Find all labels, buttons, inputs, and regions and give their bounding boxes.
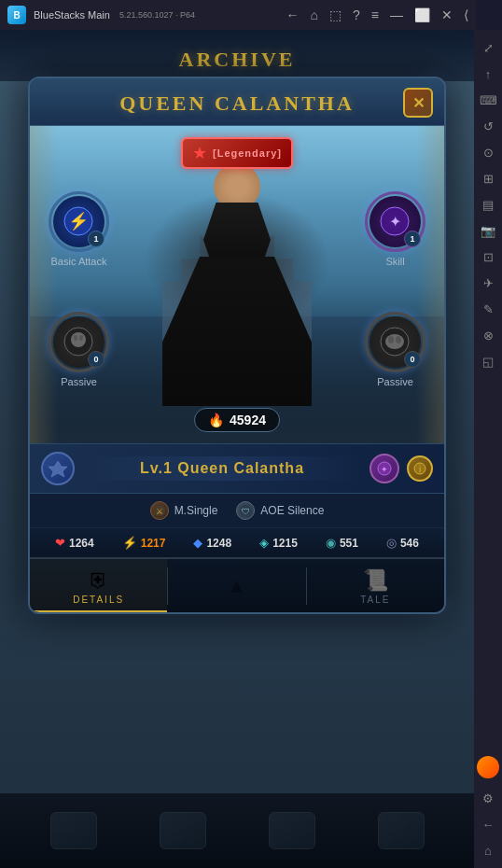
mag-icon: ◆ — [193, 536, 202, 550]
rotate-icon[interactable]: ↺ — [478, 116, 498, 136]
rarity-label: [Legendary] — [213, 147, 282, 159]
atk-value: 1217 — [141, 537, 166, 550]
svg-point-7 — [79, 335, 83, 341]
stat-hp: ❤ 1264 — [55, 536, 94, 550]
nav-deco-3 — [269, 812, 315, 849]
basic-attack-label: Basic Attack — [51, 256, 107, 267]
svg-point-10 — [388, 336, 394, 343]
edit-icon[interactable]: ✎ — [478, 299, 498, 319]
back-nav-icon[interactable]: ← — [478, 814, 498, 834]
svg-point-5 — [71, 332, 86, 347]
tab-details[interactable]: ⛨ DETAILS — [30, 559, 167, 612]
combat-tags: ⚔ M.Single 🛡 AOE Silence — [30, 494, 444, 527]
user-avatar[interactable] — [477, 756, 499, 778]
package-icon[interactable]: ◱ — [478, 351, 498, 371]
hero-card: QUEEN CALANTHA ✕ ★ [Legendary] — [28, 77, 446, 614]
skill-basic-attack[interactable]: ⚡ 1 Basic Attack — [49, 191, 109, 267]
stat-res: ◎ 546 — [386, 536, 419, 550]
menu-icon[interactable]: ≡ — [371, 7, 379, 22]
tab-middle[interactable]: ▲ — [168, 565, 305, 608]
svg-point-6 — [74, 335, 77, 341]
nav-deco-1 — [50, 812, 97, 849]
msingle-label: M.Single — [174, 504, 218, 517]
power-value: 45924 — [230, 413, 266, 427]
stat-atk: ⚡ 1217 — [122, 536, 166, 550]
hero-name: QUEEN CALANTHA — [119, 91, 355, 115]
skill-passive-left[interactable]: 0 Passive — [49, 312, 109, 387]
basic-attack-level: 1 — [88, 231, 105, 247]
expand-icon[interactable]: ⤢ — [478, 37, 498, 58]
right-sidebar: ⤢ ↑ ⌨ ↺ ⊙ ⊞ ▤ 📷 ⊡ ✈ ✎ ⊗ ◱ ⚙ ← ⌂ — [474, 30, 502, 868]
back-icon[interactable]: ← — [286, 7, 300, 22]
stat-def: ◉ 551 — [326, 536, 358, 550]
stream-icon[interactable]: ✈ — [478, 273, 498, 293]
passive-left-circle: 0 — [49, 312, 109, 372]
home-nav-icon[interactable]: ⌂ — [478, 840, 498, 861]
tale-tab-icon: 📜 — [363, 568, 388, 593]
bluestacks-logo: B — [7, 6, 26, 24]
screenshot-icon[interactable]: 📷 — [478, 220, 498, 241]
svg-point-9 — [385, 334, 404, 349]
maximize-icon[interactable]: ⬜ — [414, 7, 430, 22]
minimize-icon[interactable]: — — [390, 7, 403, 22]
svg-marker-12 — [49, 461, 67, 477]
fire-icon: 🔥 — [208, 413, 224, 427]
collapse-icon[interactable]: ⟨ — [464, 7, 468, 22]
record-icon[interactable]: ⊡ — [478, 246, 498, 267]
tab-tale[interactable]: 📜 TALE — [307, 559, 444, 612]
combat-tag-aoe: 🛡 AOE Silence — [236, 501, 324, 520]
passive-left-label: Passive — [61, 376, 97, 387]
spd-icon: ◈ — [259, 536, 269, 550]
aoe-icon: 🛡 — [236, 501, 255, 520]
middle-tab-icon: ▲ — [227, 574, 247, 598]
skill-circle: ✦ 1 — [365, 191, 425, 252]
passive-left-level: 0 — [88, 351, 105, 368]
hero-image-area: ★ [Legendary] ⚡ 1 Basi — [30, 126, 444, 443]
svg-text:⚡: ⚡ — [68, 211, 90, 231]
hp-icon: ❤ — [55, 536, 65, 550]
power-score: 🔥 45924 — [194, 408, 280, 432]
close-icon[interactable]: ✕ — [441, 7, 453, 22]
svg-text:⚔: ⚔ — [156, 507, 163, 516]
hero-level-name: Lv.1 Queen Calantha — [82, 456, 362, 481]
location-icon[interactable]: ⊗ — [478, 325, 498, 345]
mag-value: 1248 — [206, 537, 231, 550]
hero-card-tabs: ⛨ DETAILS ▲ 📜 TALE — [30, 557, 444, 612]
skill-label: Skill — [385, 256, 404, 267]
details-tab-label: DETAILS — [73, 595, 124, 605]
keyboard-icon[interactable]: ⌨ — [478, 90, 498, 110]
passive-right-circle: 0 — [365, 312, 425, 372]
app-title: BlueStacks Main — [34, 9, 110, 21]
atk-icon: ⚡ — [122, 536, 137, 550]
hero-type-icon[interactable]: ✦ — [370, 454, 399, 483]
camera-target-icon[interactable]: ⊙ — [478, 142, 498, 162]
layers-icon[interactable]: ▤ — [478, 194, 498, 215]
rarity-badge: ★ [Legendary] — [181, 137, 293, 169]
skill-skill[interactable]: ✦ 1 Skill — [365, 191, 425, 267]
grid-icon[interactable]: ⊞ — [478, 168, 498, 189]
faction-icon[interactable] — [41, 452, 75, 485]
game-top-bar: ARCHIVE — [0, 30, 474, 81]
scroll-up-icon[interactable]: ↑ — [478, 63, 498, 84]
apps-icon[interactable]: ⬚ — [329, 7, 342, 22]
pillar-right — [416, 126, 444, 443]
def-value: 551 — [340, 537, 358, 550]
window-controls: ← ⌂ ⬚ ? ≡ — ⬜ ✕ ⟨ — [286, 7, 468, 22]
hero-info-bar: Lv.1 Queen Calantha ✦ i — [30, 443, 444, 494]
tale-tab-label: TALE — [360, 595, 390, 605]
skill-passive-right[interactable]: 0 Passive — [365, 312, 425, 387]
app-version: 5.21.560.1027 · P64 — [119, 10, 195, 20]
passive-right-level: 0 — [404, 351, 421, 368]
svg-point-11 — [396, 336, 401, 343]
spd-value: 1215 — [272, 537, 298, 550]
hero-level-text: Lv.1 Queen Calantha — [140, 460, 304, 476]
close-button[interactable]: ✕ — [403, 88, 433, 118]
stat-spd: ◈ 1215 — [259, 536, 298, 550]
hero-character — [162, 163, 312, 406]
game-area: ARCHIVE QUEEN CALANTHA ✕ ★ [Legendary] — [0, 30, 474, 868]
help-icon[interactable]: ? — [353, 7, 360, 22]
settings-icon[interactable]: ⚙ — [478, 788, 498, 808]
home-icon[interactable]: ⌂ — [311, 7, 318, 22]
aoe-label: AOE Silence — [260, 504, 324, 517]
info-icon[interactable]: i — [407, 455, 433, 482]
